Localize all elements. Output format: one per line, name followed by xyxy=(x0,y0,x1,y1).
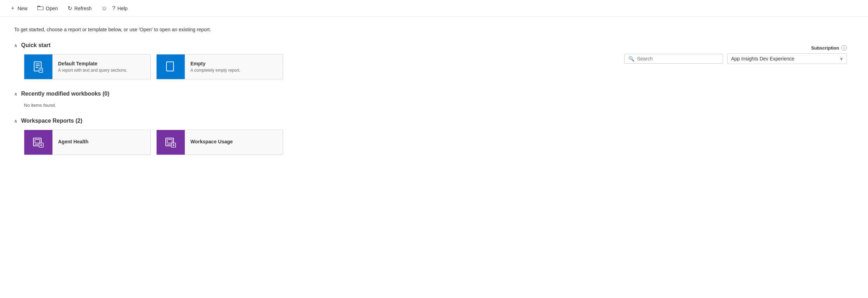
intro-text: To get started, choose a report or templ… xyxy=(14,27,854,32)
search-input[interactable] xyxy=(637,56,719,61)
default-template-subtitle: A report with text and query sections. xyxy=(58,68,127,73)
new-button[interactable]: ＋ New xyxy=(6,2,32,14)
subscription-value: App Insights Dev Experience xyxy=(731,56,794,61)
refresh-button[interactable]: ↻ Refresh xyxy=(63,3,96,14)
open-icon xyxy=(37,5,44,12)
workspace-reports-section: ∧ Workspace Reports (2) Agent Health xyxy=(14,118,854,155)
refresh-label: Refresh xyxy=(74,6,92,11)
default-template-content: Default Template A report with text and … xyxy=(52,54,133,79)
help-button[interactable]: ☺ ? Help xyxy=(97,3,132,14)
empty-card[interactable]: Empty A completely empty report. xyxy=(156,54,283,79)
help-label: Help xyxy=(118,6,128,11)
recently-modified-header[interactable]: ∧ Recently modified workbooks (0) xyxy=(14,91,854,97)
subscription-dropdown[interactable]: App Insights Dev Experience ∨ xyxy=(727,53,847,64)
collapse-workspace-icon: ∧ xyxy=(14,118,18,124)
workspace-usage-icon xyxy=(157,130,185,155)
subscription-label: Subscription xyxy=(811,45,839,51)
svg-rect-10 xyxy=(35,140,40,143)
open-label: Open xyxy=(46,6,58,11)
agent-health-icon xyxy=(24,130,52,155)
workspace-reports-cards: Agent Health Workspace Usage xyxy=(24,130,854,155)
recently-modified-section: ∧ Recently modified workbooks (0) No ite… xyxy=(14,91,854,108)
open-button[interactable]: Open xyxy=(33,2,62,14)
workspace-reports-header[interactable]: ∧ Workspace Reports (2) xyxy=(14,118,854,124)
empty-card-content: Empty A completely empty report. xyxy=(185,54,246,79)
svg-rect-8 xyxy=(166,62,174,71)
workspace-usage-card[interactable]: Workspace Usage xyxy=(156,130,283,155)
empty-subtitle: A completely empty report. xyxy=(190,68,240,73)
workspace-usage-content: Workspace Usage xyxy=(185,130,238,155)
collapse-icon: ∧ xyxy=(14,43,18,48)
agent-health-title: Agent Health xyxy=(58,139,88,144)
refresh-icon: ↻ xyxy=(68,5,72,12)
agent-health-card[interactable]: Agent Health xyxy=(24,130,151,155)
quick-start-title: Quick start xyxy=(21,42,51,48)
question-icon: ? xyxy=(112,5,115,12)
workspace-reports-title: Workspace Reports (2) xyxy=(21,118,82,124)
empty-icon xyxy=(157,54,185,79)
toolbar: ＋ New Open ↻ Refresh ☺ ? Help xyxy=(0,0,868,17)
agent-health-content: Agent Health xyxy=(52,130,94,155)
plus-icon: ＋ xyxy=(10,5,15,12)
default-template-title: Default Template xyxy=(58,61,127,66)
svg-rect-16 xyxy=(167,140,172,143)
smiley-icon: ☺ xyxy=(101,5,107,12)
search-icon: 🔍 xyxy=(628,56,634,61)
main-content: To get started, choose a report or templ… xyxy=(0,17,868,176)
no-items-text: No items found. xyxy=(24,103,854,108)
new-label: New xyxy=(18,6,27,11)
recently-modified-title: Recently modified workbooks (0) xyxy=(21,91,109,97)
search-box[interactable]: 🔍 xyxy=(624,54,723,64)
info-icon[interactable]: i xyxy=(841,45,847,51)
default-template-card[interactable]: Default Template A report with text and … xyxy=(24,54,151,79)
chevron-down-icon: ∨ xyxy=(840,56,843,61)
empty-title: Empty xyxy=(190,61,240,66)
top-controls: Subscription i 🔍 App Insights Dev Experi… xyxy=(624,45,847,64)
default-template-icon xyxy=(24,54,52,79)
workspace-usage-title: Workspace Usage xyxy=(190,139,233,144)
collapse-recently-icon: ∧ xyxy=(14,91,18,97)
